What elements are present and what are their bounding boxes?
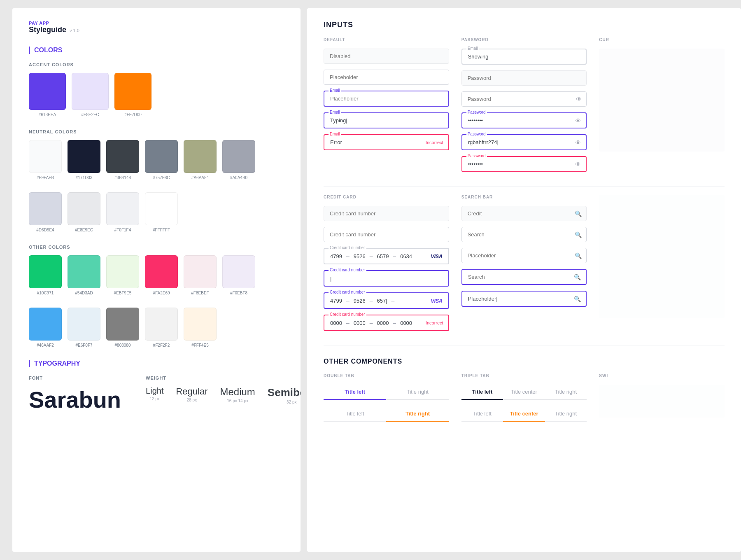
neutral-label-6: #A0A4B0 bbox=[230, 175, 247, 180]
weight-light: Light 12 px bbox=[146, 386, 163, 406]
cc-error-dash-2: – bbox=[370, 320, 373, 326]
password-column: PASSWORD Email 👁 bbox=[461, 37, 587, 178]
double-tab-row-1: Title left Title right bbox=[324, 385, 449, 400]
accent-swatch-2 bbox=[72, 73, 109, 110]
triple-tab-left-1[interactable]: Title left bbox=[461, 385, 503, 400]
neutral-color-4: #757F8C bbox=[145, 140, 178, 180]
neutral-color-10: #FFFFFF bbox=[145, 192, 178, 232]
search-default-input[interactable] bbox=[461, 227, 587, 242]
cc-typing-dash-1: – bbox=[336, 275, 339, 282]
cc-dash-2: – bbox=[370, 253, 373, 259]
accent-swatch-3 bbox=[114, 73, 151, 110]
other-label-4: #FA2E69 bbox=[153, 291, 170, 295]
password-focused-input[interactable] bbox=[462, 113, 586, 128]
typography-section-title: TYPOGRAPHY bbox=[29, 360, 284, 367]
cc-seg-1: 4799 bbox=[330, 253, 342, 259]
double-tab-right-2[interactable]: Title right bbox=[386, 406, 449, 422]
triple-tab-right-2[interactable]: Title right bbox=[545, 406, 587, 422]
neutral-swatch-10 bbox=[145, 192, 178, 225]
password-typing-input[interactable] bbox=[462, 135, 586, 149]
cc-typing-label: Credit card number bbox=[329, 268, 366, 272]
neutral-label-3: #3B4148 bbox=[114, 175, 131, 180]
accent-color-2: #E8E2FC bbox=[72, 73, 109, 117]
other-label-9: #808080 bbox=[115, 343, 131, 348]
default-error-group: Email Incorrect bbox=[324, 134, 449, 150]
search-disabled-input[interactable] bbox=[461, 206, 587, 221]
default-placeholder-group bbox=[324, 70, 449, 85]
triple-tab-center-2[interactable]: Title center bbox=[503, 406, 545, 422]
search-active-input[interactable] bbox=[462, 292, 586, 306]
search-focused-input[interactable] bbox=[462, 270, 586, 284]
search-placeholder-input[interactable] bbox=[461, 248, 587, 263]
password-focused-label: Password bbox=[466, 110, 487, 114]
default-typing-input[interactable] bbox=[324, 113, 448, 128]
neutral-colors-label: NEUTRAL COLORS bbox=[29, 129, 284, 134]
search-third-placeholder bbox=[599, 195, 725, 318]
eye-icon-typing: 👁 bbox=[575, 139, 581, 146]
other-swatch-3 bbox=[106, 255, 139, 288]
double-tab-left-2[interactable]: Title left bbox=[324, 406, 386, 422]
neutral-label-4: #757F8C bbox=[153, 175, 170, 180]
triple-tab-column: TRIPLE TAB Title left Title center Title… bbox=[461, 373, 587, 428]
neutral-label-8: #E8E9EC bbox=[75, 228, 93, 232]
search-active-icon: 🔍 bbox=[574, 296, 581, 302]
styleguide-header: Styleguide v 1.0 bbox=[29, 26, 284, 34]
app-name: PAY APP bbox=[29, 21, 284, 26]
other-color-5: #F8EBEF bbox=[184, 255, 217, 295]
search-placeholder-group: 🔍 bbox=[461, 248, 587, 263]
divider-2 bbox=[324, 345, 725, 345]
password-placeholder-input[interactable] bbox=[461, 91, 587, 107]
triple-tab-center-1[interactable]: Title center bbox=[503, 385, 545, 400]
font-name: Sarabun bbox=[29, 386, 121, 413]
default-disabled-input[interactable] bbox=[324, 49, 449, 64]
accent-color-1: #613EEA bbox=[29, 73, 66, 117]
weight-regular-size: 28 px bbox=[187, 398, 197, 402]
triple-tab-right-1[interactable]: Title right bbox=[545, 385, 587, 400]
accent-colors-row: #613EEA #E8E2FC #FF7D00 bbox=[29, 73, 284, 117]
default-placeholder-input[interactable] bbox=[324, 70, 449, 85]
weight-semibold-name: Semibold bbox=[268, 386, 301, 399]
triple-tab-left-2[interactable]: Title left bbox=[461, 406, 503, 422]
cc-typing-group: Credit card number | – – – – bbox=[324, 270, 449, 287]
inputs-grid: DEFAULT Email Email bbox=[324, 37, 725, 178]
third-col-label: CUR bbox=[599, 37, 725, 42]
accent-label-2: #E8E2FC bbox=[81, 112, 99, 117]
password-placeholder-group: 👁 bbox=[461, 91, 587, 107]
default-focused-input[interactable] bbox=[324, 91, 448, 106]
password-error-input[interactable] bbox=[462, 157, 586, 171]
credit-card-label: CREDIT CARD bbox=[324, 195, 449, 199]
other-color-9: #808080 bbox=[106, 308, 139, 348]
password-typing-label: Password bbox=[466, 132, 487, 136]
search-default-icon: 🔍 bbox=[575, 231, 582, 238]
other-color-11: #FFF4E5 bbox=[184, 308, 217, 348]
password-typing-group: Password 👁 bbox=[461, 134, 587, 150]
right-panel: INPUTS DEFAULT Email Em bbox=[307, 8, 741, 552]
search-bar-label: SEARCH BAR bbox=[461, 195, 587, 199]
double-tab-right-1[interactable]: Title right bbox=[386, 385, 449, 400]
accent-label-3: #FF7D00 bbox=[124, 112, 142, 117]
search-focused-group: 🔍 bbox=[461, 269, 587, 285]
cc-disabled-input[interactable] bbox=[324, 206, 449, 221]
other-colors-label: OTHER COLORS bbox=[29, 245, 284, 250]
cc-partial-dash-1: – bbox=[346, 297, 350, 304]
default-focused-group: Email bbox=[324, 91, 449, 107]
default-error-msg: Incorrect bbox=[426, 140, 443, 145]
neutral-label-10: #FFFFFF bbox=[153, 228, 170, 232]
double-tab-left-1[interactable]: Title left bbox=[324, 385, 386, 400]
search-third-col bbox=[599, 195, 725, 337]
neutral-color-5: #A6AA84 bbox=[184, 140, 217, 180]
default-typing-label: Email bbox=[329, 110, 341, 114]
cc-error-seg-3: 0000 bbox=[377, 320, 389, 326]
default-focused-label: Email bbox=[329, 88, 341, 93]
password-showing-input[interactable] bbox=[462, 49, 586, 64]
other-color-10: #F2F2F2 bbox=[145, 308, 178, 348]
other-swatch-2 bbox=[68, 255, 100, 288]
credit-search-grid: CREDIT CARD Credit card number 4799 – 95… bbox=[324, 195, 725, 337]
password-disabled-input[interactable] bbox=[461, 70, 587, 86]
cc-disabled-group bbox=[324, 206, 449, 221]
neutral-swatch-9 bbox=[106, 192, 139, 225]
neutral-label-9: #F0F1F4 bbox=[114, 228, 131, 232]
cc-partial-dash-3: – bbox=[391, 297, 395, 304]
cc-default-input[interactable] bbox=[324, 227, 449, 242]
credit-card-column: CREDIT CARD Credit card number 4799 – 95… bbox=[324, 195, 449, 337]
